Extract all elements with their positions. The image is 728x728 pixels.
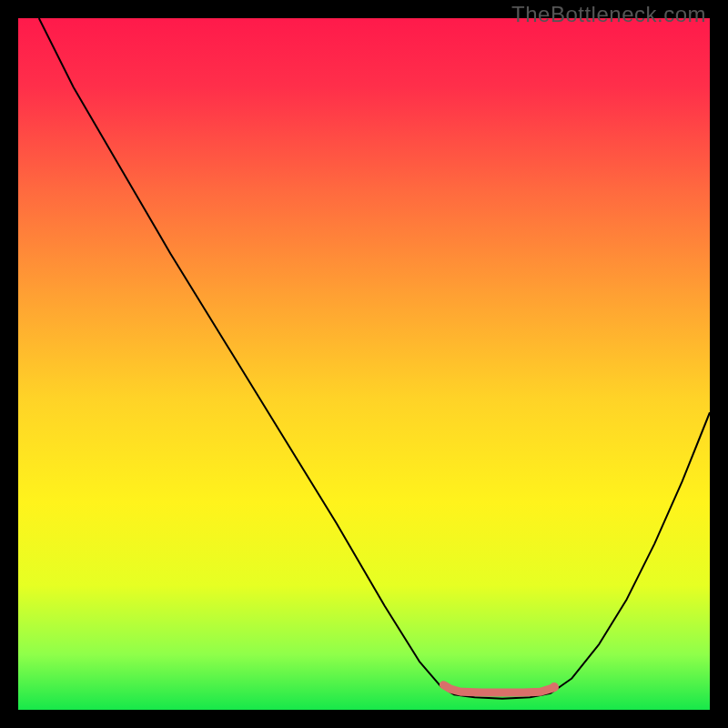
chart-svg [18, 18, 710, 710]
chart-background [18, 18, 710, 710]
chart-frame [18, 18, 710, 710]
watermark-text: TheBottleneck.com [511, 2, 706, 27]
optimal-end-dot [550, 682, 559, 692]
